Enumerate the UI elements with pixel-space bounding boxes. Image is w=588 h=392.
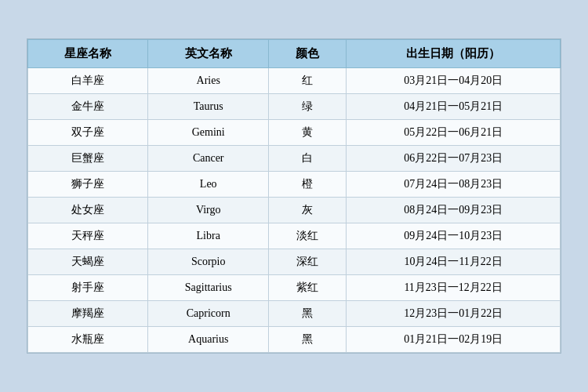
table-row: 天秤座Libra淡红09月24日一10月23日 [28, 223, 561, 249]
cell-color: 橙 [268, 172, 346, 198]
cell-dates: 08月24日一09月23日 [347, 198, 561, 223]
cell-color: 红 [268, 68, 346, 94]
cell-chinese-name: 天蝎座 [28, 249, 148, 275]
cell-dates: 09月24日一10月23日 [347, 223, 561, 249]
cell-english-name: Libra [148, 223, 268, 249]
header-dates: 出生日期（阳历） [347, 40, 561, 68]
cell-english-name: Scorpio [148, 249, 268, 275]
cell-color: 紫红 [268, 275, 346, 301]
header-color: 颜色 [268, 40, 346, 68]
cell-dates: 05月22日一06月21日 [347, 120, 561, 146]
cell-chinese-name: 水瓶座 [28, 327, 148, 353]
table-row: 金牛座Taurus绿04月21日一05月21日 [28, 94, 561, 120]
cell-color: 白 [268, 146, 346, 172]
cell-english-name: Leo [148, 172, 268, 198]
cell-chinese-name: 射手座 [28, 275, 148, 301]
cell-chinese-name: 处女座 [28, 198, 148, 223]
table-row: 处女座Virgo灰08月24日一09月23日 [28, 198, 561, 223]
cell-chinese-name: 金牛座 [28, 94, 148, 120]
cell-dates: 10月24日一11月22日 [347, 249, 561, 275]
cell-english-name: Capricorn [148, 301, 268, 327]
cell-color: 绿 [268, 94, 346, 120]
cell-chinese-name: 双子座 [28, 120, 148, 146]
cell-color: 淡红 [268, 223, 346, 249]
cell-english-name: Aquarius [148, 327, 268, 353]
header-english-name: 英文名称 [148, 40, 268, 68]
zodiac-table-container: 星座名称 英文名称 颜色 出生日期（阳历） 白羊座Aries红03月21日一04… [27, 38, 561, 354]
cell-dates: 04月21日一05月21日 [347, 94, 561, 120]
table-row: 射手座Sagittarius紫红11月23日一12月22日 [28, 275, 561, 301]
cell-dates: 06月22日一07月23日 [347, 146, 561, 172]
table-row: 巨蟹座Cancer白06月22日一07月23日 [28, 146, 561, 172]
cell-chinese-name: 天秤座 [28, 223, 148, 249]
table-header-row: 星座名称 英文名称 颜色 出生日期（阳历） [28, 40, 561, 68]
table-row: 白羊座Aries红03月21日一04月20日 [28, 68, 561, 94]
cell-color: 深红 [268, 249, 346, 275]
cell-english-name: Sagittarius [148, 275, 268, 301]
cell-english-name: Aries [148, 68, 268, 94]
cell-dates: 12月23日一01月22日 [347, 301, 561, 327]
cell-color: 黑 [268, 301, 346, 327]
cell-dates: 03月21日一04月20日 [347, 68, 561, 94]
table-row: 双子座Gemini黄05月22日一06月21日 [28, 120, 561, 146]
cell-english-name: Gemini [148, 120, 268, 146]
cell-dates: 01月21日一02月19日 [347, 327, 561, 353]
cell-color: 黑 [268, 327, 346, 353]
cell-english-name: Virgo [148, 198, 268, 223]
cell-dates: 07月24日一08月23日 [347, 172, 561, 198]
cell-english-name: Cancer [148, 146, 268, 172]
cell-dates: 11月23日一12月22日 [347, 275, 561, 301]
cell-color: 灰 [268, 198, 346, 223]
table-row: 天蝎座Scorpio深红10月24日一11月22日 [28, 249, 561, 275]
cell-chinese-name: 狮子座 [28, 172, 148, 198]
cell-chinese-name: 摩羯座 [28, 301, 148, 327]
zodiac-table: 星座名称 英文名称 颜色 出生日期（阳历） 白羊座Aries红03月21日一04… [27, 39, 561, 353]
cell-color: 黄 [268, 120, 346, 146]
cell-chinese-name: 白羊座 [28, 68, 148, 94]
table-row: 摩羯座Capricorn黑12月23日一01月22日 [28, 301, 561, 327]
table-row: 水瓶座Aquarius黑01月21日一02月19日 [28, 327, 561, 353]
header-chinese-name: 星座名称 [28, 40, 148, 68]
table-row: 狮子座Leo橙07月24日一08月23日 [28, 172, 561, 198]
table-body: 白羊座Aries红03月21日一04月20日金牛座Taurus绿04月21日一0… [28, 68, 561, 353]
cell-english-name: Taurus [148, 94, 268, 120]
cell-chinese-name: 巨蟹座 [28, 146, 148, 172]
